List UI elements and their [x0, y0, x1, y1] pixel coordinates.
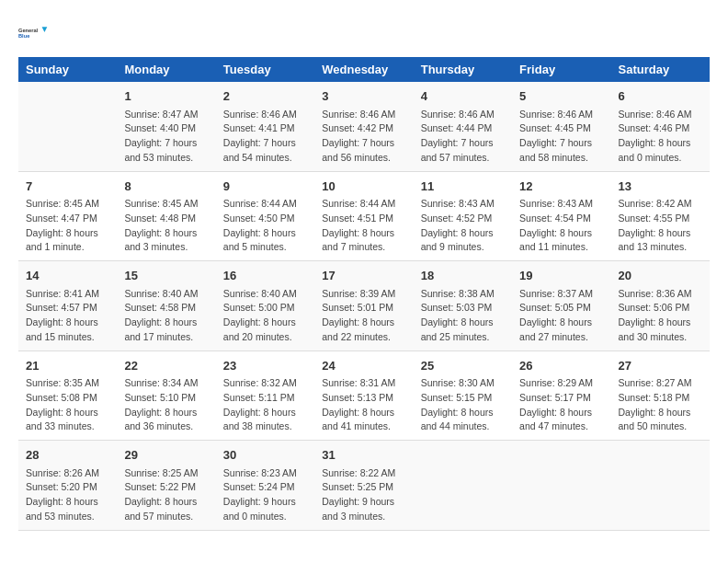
day-number: 1	[124, 87, 208, 106]
day-cell: 22Sunrise: 8:34 AM Sunset: 5:10 PM Dayli…	[117, 350, 215, 441]
logo: GeneralBlue	[18, 18, 48, 48]
day-number: 10	[322, 178, 405, 196]
day-info: Sunrise: 8:23 AM Sunset: 5:24 PM Dayligh…	[223, 466, 307, 524]
day-cell: 4Sunrise: 8:46 AM Sunset: 4:44 PM Daylig…	[414, 82, 512, 171]
day-number: 8	[124, 178, 208, 196]
week-row-4: 21Sunrise: 8:35 AM Sunset: 5:08 PM Dayli…	[18, 350, 710, 441]
day-number: 13	[619, 178, 702, 196]
day-number: 26	[519, 357, 603, 375]
day-info: Sunrise: 8:34 AM Sunset: 5:10 PM Dayligh…	[124, 376, 208, 434]
day-info: Sunrise: 8:29 AM Sunset: 5:17 PM Dayligh…	[519, 376, 603, 434]
day-number: 2	[223, 87, 307, 106]
day-number: 19	[519, 267, 603, 285]
day-cell	[512, 441, 610, 531]
day-info: Sunrise: 8:40 AM Sunset: 5:00 PM Dayligh…	[223, 287, 307, 345]
day-cell: 13Sunrise: 8:42 AM Sunset: 4:55 PM Dayli…	[611, 171, 710, 261]
week-row-1: 1Sunrise: 8:47 AM Sunset: 4:40 PM Daylig…	[18, 82, 710, 171]
day-number: 24	[322, 357, 405, 375]
day-info: Sunrise: 8:46 AM Sunset: 4:41 PM Dayligh…	[223, 108, 307, 166]
day-number: 23	[223, 357, 307, 375]
day-number: 21	[26, 357, 109, 375]
week-row-5: 28Sunrise: 8:26 AM Sunset: 5:20 PM Dayli…	[18, 441, 710, 531]
day-number: 15	[124, 267, 208, 285]
day-cell: 15Sunrise: 8:40 AM Sunset: 4:58 PM Dayli…	[117, 261, 215, 351]
day-number: 22	[124, 357, 208, 375]
day-info: Sunrise: 8:47 AM Sunset: 4:40 PM Dayligh…	[124, 108, 208, 166]
day-cell: 23Sunrise: 8:32 AM Sunset: 5:11 PM Dayli…	[216, 350, 314, 441]
day-info: Sunrise: 8:25 AM Sunset: 5:22 PM Dayligh…	[124, 466, 208, 524]
day-info: Sunrise: 8:45 AM Sunset: 4:47 PM Dayligh…	[26, 197, 109, 255]
day-number: 3	[322, 87, 405, 106]
col-header-thursday: Thursday	[414, 57, 512, 82]
day-info: Sunrise: 8:46 AM Sunset: 4:46 PM Dayligh…	[619, 108, 702, 166]
day-cell	[611, 441, 710, 531]
day-info: Sunrise: 8:26 AM Sunset: 5:20 PM Dayligh…	[26, 466, 109, 524]
day-number: 6	[619, 87, 702, 106]
day-cell: 27Sunrise: 8:27 AM Sunset: 5:18 PM Dayli…	[611, 350, 710, 441]
day-number: 11	[421, 178, 505, 196]
day-number: 25	[421, 357, 505, 375]
day-cell: 25Sunrise: 8:30 AM Sunset: 5:15 PM Dayli…	[414, 350, 512, 441]
day-cell: 19Sunrise: 8:37 AM Sunset: 5:05 PM Dayli…	[512, 261, 610, 351]
day-info: Sunrise: 8:37 AM Sunset: 5:05 PM Dayligh…	[519, 287, 603, 345]
day-info: Sunrise: 8:46 AM Sunset: 4:44 PM Dayligh…	[421, 108, 505, 166]
day-number: 14	[26, 267, 109, 285]
day-info: Sunrise: 8:32 AM Sunset: 5:11 PM Dayligh…	[223, 376, 307, 434]
day-cell: 10Sunrise: 8:44 AM Sunset: 4:51 PM Dayli…	[314, 171, 413, 261]
day-info: Sunrise: 8:38 AM Sunset: 5:03 PM Dayligh…	[421, 287, 505, 345]
col-header-monday: Monday	[117, 57, 215, 82]
day-info: Sunrise: 8:45 AM Sunset: 4:48 PM Dayligh…	[124, 197, 208, 255]
day-info: Sunrise: 8:30 AM Sunset: 5:15 PM Dayligh…	[421, 376, 505, 434]
day-cell: 5Sunrise: 8:46 AM Sunset: 4:45 PM Daylig…	[512, 82, 610, 171]
day-number: 18	[421, 267, 505, 285]
day-info: Sunrise: 8:46 AM Sunset: 4:45 PM Dayligh…	[519, 108, 603, 166]
day-cell: 29Sunrise: 8:25 AM Sunset: 5:22 PM Dayli…	[117, 441, 215, 531]
day-cell: 28Sunrise: 8:26 AM Sunset: 5:20 PM Dayli…	[18, 441, 117, 531]
day-info: Sunrise: 8:35 AM Sunset: 5:08 PM Dayligh…	[26, 376, 109, 434]
col-header-sunday: Sunday	[18, 57, 117, 82]
day-info: Sunrise: 8:44 AM Sunset: 4:51 PM Dayligh…	[322, 197, 405, 255]
day-cell: 8Sunrise: 8:45 AM Sunset: 4:48 PM Daylig…	[117, 171, 215, 261]
day-info: Sunrise: 8:43 AM Sunset: 4:52 PM Dayligh…	[421, 197, 505, 255]
day-info: Sunrise: 8:44 AM Sunset: 4:50 PM Dayligh…	[223, 197, 307, 255]
day-cell: 3Sunrise: 8:46 AM Sunset: 4:42 PM Daylig…	[314, 82, 413, 171]
day-info: Sunrise: 8:46 AM Sunset: 4:42 PM Dayligh…	[322, 108, 405, 166]
day-cell: 7Sunrise: 8:45 AM Sunset: 4:47 PM Daylig…	[18, 171, 117, 261]
col-header-wednesday: Wednesday	[314, 57, 413, 82]
day-number: 12	[519, 178, 603, 196]
day-number: 9	[223, 178, 307, 196]
day-info: Sunrise: 8:43 AM Sunset: 4:54 PM Dayligh…	[519, 197, 603, 255]
svg-text:General: General	[18, 28, 39, 33]
day-cell: 26Sunrise: 8:29 AM Sunset: 5:17 PM Dayli…	[512, 350, 610, 441]
day-cell: 18Sunrise: 8:38 AM Sunset: 5:03 PM Dayli…	[414, 261, 512, 351]
day-number: 4	[421, 87, 505, 106]
day-cell: 11Sunrise: 8:43 AM Sunset: 4:52 PM Dayli…	[414, 171, 512, 261]
day-cell: 16Sunrise: 8:40 AM Sunset: 5:00 PM Dayli…	[216, 261, 314, 351]
day-info: Sunrise: 8:41 AM Sunset: 4:57 PM Dayligh…	[26, 287, 109, 345]
day-info: Sunrise: 8:22 AM Sunset: 5:25 PM Dayligh…	[322, 466, 405, 524]
day-cell: 12Sunrise: 8:43 AM Sunset: 4:54 PM Dayli…	[512, 171, 610, 261]
day-number: 20	[619, 267, 702, 285]
week-row-2: 7Sunrise: 8:45 AM Sunset: 4:47 PM Daylig…	[18, 171, 710, 261]
day-number: 27	[619, 357, 702, 375]
day-cell: 1Sunrise: 8:47 AM Sunset: 4:40 PM Daylig…	[117, 82, 215, 171]
day-info: Sunrise: 8:27 AM Sunset: 5:18 PM Dayligh…	[619, 376, 702, 434]
day-number: 28	[26, 446, 109, 465]
svg-text:Blue: Blue	[18, 33, 29, 39]
day-number: 7	[26, 178, 109, 196]
day-cell	[18, 82, 117, 171]
calendar-table: SundayMondayTuesdayWednesdayThursdayFrid…	[18, 57, 710, 531]
day-cell: 20Sunrise: 8:36 AM Sunset: 5:06 PM Dayli…	[611, 261, 710, 351]
day-cell: 9Sunrise: 8:44 AM Sunset: 4:50 PM Daylig…	[216, 171, 314, 261]
col-header-tuesday: Tuesday	[216, 57, 314, 82]
day-cell: 17Sunrise: 8:39 AM Sunset: 5:01 PM Dayli…	[314, 261, 413, 351]
day-info: Sunrise: 8:39 AM Sunset: 5:01 PM Dayligh…	[322, 287, 405, 345]
day-cell: 2Sunrise: 8:46 AM Sunset: 4:41 PM Daylig…	[216, 82, 314, 171]
day-number: 17	[322, 267, 405, 285]
col-header-saturday: Saturday	[611, 57, 710, 82]
day-cell: 31Sunrise: 8:22 AM Sunset: 5:25 PM Dayli…	[314, 441, 413, 531]
day-info: Sunrise: 8:31 AM Sunset: 5:13 PM Dayligh…	[322, 376, 405, 434]
day-cell: 6Sunrise: 8:46 AM Sunset: 4:46 PM Daylig…	[611, 82, 710, 171]
day-cell	[414, 441, 512, 531]
day-info: Sunrise: 8:40 AM Sunset: 4:58 PM Dayligh…	[124, 287, 208, 345]
